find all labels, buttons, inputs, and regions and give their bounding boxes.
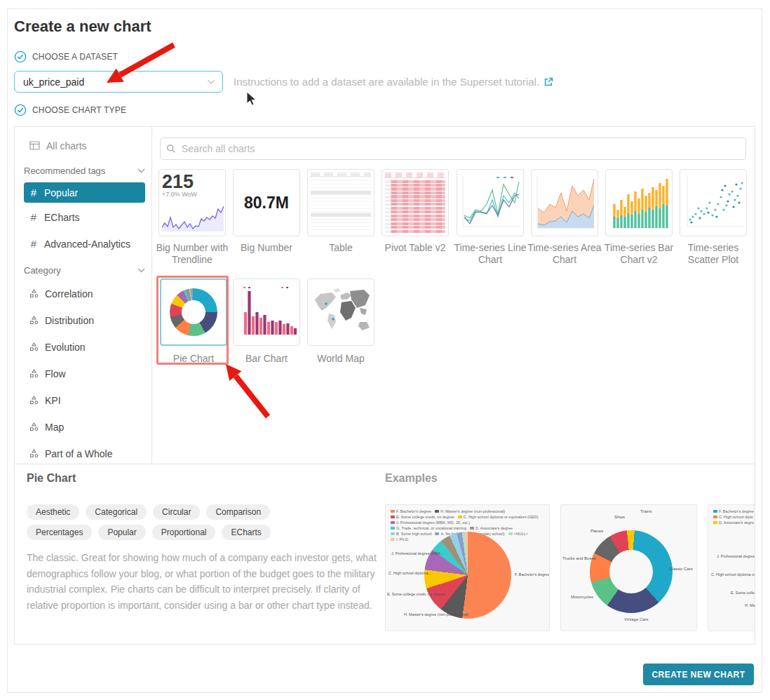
- chart-type-card-pivot-table[interactable]: [381, 169, 449, 236]
- sidebar-item-echarts[interactable]: # ECharts: [24, 207, 145, 227]
- chart-type-label[interactable]: Time-series Bar Chart v2: [602, 242, 676, 266]
- pie-chart-preview: [170, 288, 217, 336]
- chart-type-label[interactable]: Bar Chart: [229, 353, 304, 365]
- legend-item: F. Bachelor's degree: [713, 509, 754, 513]
- example-pie-image: F. Bachelor's degreeH. Master's degree (…: [385, 504, 550, 631]
- pie-callout: H. Master's degree (non-professional): [404, 612, 468, 617]
- sidebar-item-label: All charts: [46, 140, 87, 152]
- sidebar-item-map[interactable]: Map: [24, 417, 145, 437]
- chart-selector-panel: All charts Recommended tags # Popular # …: [14, 126, 755, 645]
- sidebar-item-label: KPI: [45, 395, 61, 406]
- chart-type-card-big-number[interactable]: 80.7M: [233, 169, 300, 236]
- sidebar-item-kpi[interactable]: KPI: [24, 390, 145, 410]
- hash-icon: #: [29, 211, 38, 223]
- sidebar-item-distribution[interactable]: Distribution: [24, 310, 145, 330]
- chart-type-card-table[interactable]: [307, 169, 374, 236]
- legend-item: D. Associate's degree: [470, 526, 513, 530]
- pie-callout: E. Some college: [731, 591, 755, 595]
- choose-chart-type-step: CHOOSE CHART TYPE: [14, 104, 126, 116]
- chart-type-card-ts-bar[interactable]: [605, 169, 673, 236]
- pivot-table-preview: [385, 173, 445, 233]
- donut-label: Trucks and Buses: [562, 556, 596, 560]
- category-icon: [29, 449, 39, 458]
- big-number-preview-subtitle: +7.0% WoW: [162, 191, 222, 198]
- sidebar-item-part-of-a-whole[interactable]: Part of a Whole: [24, 443, 145, 464]
- chart-type-card-ts-area[interactable]: [531, 169, 598, 236]
- tag-pill: Categorical: [86, 504, 147, 520]
- dataset-select[interactable]: uk_price_paid: [14, 71, 223, 93]
- chart-type-card-ts-scatter[interactable]: [680, 169, 747, 236]
- sidebar-item-all-charts[interactable]: All charts: [24, 135, 145, 156]
- chart-type-card-ts-line[interactable]: [457, 169, 524, 236]
- example-donut: [590, 530, 673, 613]
- chart-type-card-world-map[interactable]: [307, 278, 374, 346]
- dataset-instructions-text: Instructions to add a dataset are availa…: [234, 76, 539, 88]
- group-header-label: Category: [24, 265, 61, 276]
- check-circle-icon: [14, 104, 27, 116]
- donut-label: Motorcycles: [571, 595, 593, 599]
- legend-item: C. High school diploma or equivalent (GE…: [458, 515, 539, 519]
- example-pie-image-clipped: F. Bachelor's degreeC. High school diplo…: [708, 504, 755, 631]
- chart-type-label[interactable]: Big Number: [229, 242, 304, 254]
- sidebar-item-label: Distribution: [45, 315, 94, 326]
- chart-type-card-big-number-trendline[interactable]: 215 +7.0% WoW: [158, 169, 226, 236]
- choose-chart-type-label: CHOOSE CHART TYPE: [32, 105, 126, 115]
- tag-pill: Percentages: [27, 525, 92, 540]
- tag-pill: Proportional: [152, 525, 216, 540]
- chart-tags-row-2: PercentagesPopularProportionalECharts: [27, 525, 271, 540]
- donut-label: Vintage Cars: [624, 617, 649, 621]
- legend-item: <NULL>: [508, 532, 529, 536]
- chart-search: [160, 137, 746, 160]
- legend-item: D. Associate's degre: [713, 520, 754, 525]
- group-header-label: Recommended tags: [24, 166, 105, 176]
- hash-icon: #: [29, 187, 38, 198]
- chart-type-label[interactable]: Pivot Table v2: [378, 242, 452, 254]
- chart-type-label[interactable]: Pie Chart: [156, 353, 231, 365]
- legend-item: C. High school diplo: [713, 515, 753, 519]
- legend-item: I. Ph.D.: [391, 537, 409, 541]
- chart-tags-row-1: AestheticCategoricalCircularComparison: [27, 504, 270, 520]
- category-icon: [29, 289, 39, 298]
- big-number-preview-value: 215: [162, 173, 222, 191]
- external-link-icon[interactable]: [543, 77, 553, 87]
- donut-label: Ships: [614, 515, 625, 519]
- example-donut-image: Trains Ships Planes Trucks and Buses Mot…: [560, 504, 697, 631]
- sidebar-item-label: Correlation: [45, 288, 93, 299]
- scatter-plot-preview: [683, 173, 745, 234]
- chart-type-label[interactable]: Time-series Area Chart: [527, 242, 602, 266]
- sidebar-item-popular[interactable]: # Popular: [24, 182, 145, 203]
- sidebar-item-evolution[interactable]: Evolution: [24, 337, 145, 357]
- donut-label: Classic Cars: [669, 567, 693, 571]
- choose-dataset-step: CHOOSE A DATASET: [14, 51, 118, 63]
- sidebar-item-label: Popular: [44, 187, 78, 198]
- pie-callout: J. Professional degree (MBA...: [391, 551, 444, 556]
- group-header-category[interactable]: Category: [24, 265, 145, 276]
- chart-type-label[interactable]: Time-series Scatter Plot: [676, 242, 750, 266]
- sidebar-item-correlation[interactable]: Correlation: [24, 283, 145, 304]
- chart-type-card-pie-chart[interactable]: [160, 278, 227, 346]
- chart-type-label[interactable]: Big Number with Trendline: [155, 242, 229, 266]
- bar-chart-v2-preview: [609, 173, 670, 234]
- sidebar-item-advanced-analytics[interactable]: # Advanced-Analytics: [24, 234, 145, 254]
- chart-type-card-bar-chart[interactable]: [233, 278, 300, 346]
- chart-type-label[interactable]: Table: [304, 242, 378, 254]
- chart-type-label[interactable]: Time-series Line Chart: [453, 242, 527, 266]
- table-preview: [311, 173, 371, 233]
- donut-label: Trains: [640, 509, 651, 513]
- dataset-instructions: Instructions to add a dataset are availa…: [234, 76, 553, 88]
- sidebar-item-flow[interactable]: Flow: [24, 363, 145, 384]
- sidebar-item-label: ECharts: [44, 212, 80, 223]
- category-icon: [29, 342, 39, 351]
- group-header-recommended-tags[interactable]: Recommended tags: [24, 166, 145, 176]
- search-input[interactable]: [160, 137, 746, 160]
- chart-type-label[interactable]: World Map: [304, 353, 378, 365]
- check-circle-icon: [14, 51, 27, 63]
- example-pie: [424, 532, 511, 619]
- choose-dataset-label: CHOOSE A DATASET: [32, 52, 118, 62]
- chevron-down-icon: [137, 268, 145, 273]
- tag-pill: Circular: [153, 504, 200, 520]
- examples-title: Examples: [385, 472, 438, 485]
- sidebar-item-label: Advanced-Analytics: [44, 238, 130, 250]
- pie-callout: E. Some college credit, no degree: [387, 592, 445, 596]
- create-new-chart-button[interactable]: CREATE NEW CHART: [643, 664, 754, 685]
